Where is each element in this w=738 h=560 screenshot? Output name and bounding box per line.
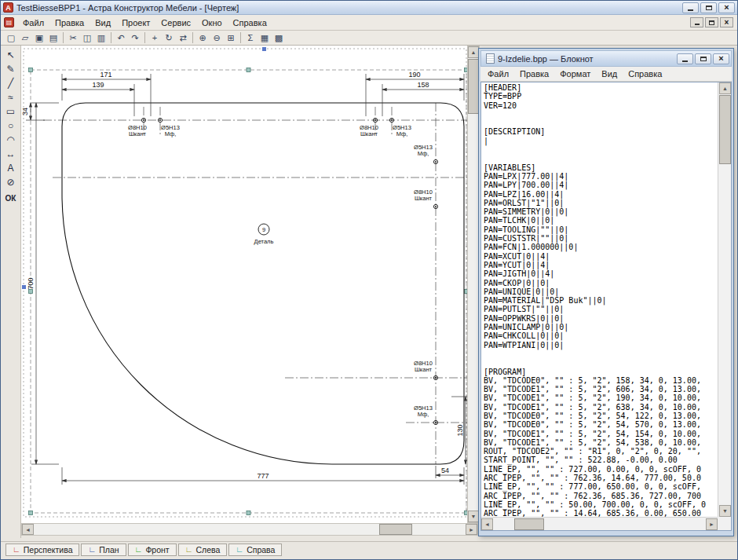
mdi-restore-button[interactable]: [705, 17, 718, 27]
new-button[interactable]: ▢: [4, 31, 18, 44]
scroll-left-icon[interactable]: ◄: [22, 524, 34, 535]
close-icon: ×: [718, 54, 723, 63]
part-name: Деталь: [254, 238, 274, 245]
save-button[interactable]: ▣: [32, 31, 46, 44]
menu-service[interactable]: Сервис: [155, 16, 196, 29]
notepad-menu-help[interactable]: Справка: [623, 68, 667, 80]
sum-button[interactable]: Σ: [243, 31, 258, 44]
circle-tool[interactable]: ○: [3, 119, 19, 133]
notepad-title-bar[interactable]: 9-Izdelie.bpp — Блокнот ×: [480, 50, 732, 67]
notepad-icon: [486, 53, 495, 64]
paste-button[interactable]: ▥: [94, 31, 108, 44]
copy-button[interactable]: ◫: [80, 31, 94, 44]
rotate-button[interactable]: ↻: [162, 31, 176, 44]
menu-window[interactable]: Окно: [196, 16, 228, 29]
paste-icon: ▥: [97, 33, 105, 43]
menu-help[interactable]: Справка: [228, 16, 272, 29]
tab-perspective[interactable]: ∟ Перспектива: [5, 544, 79, 556]
window-title: TestBiesseBPP1 - Астра Конструктор Мебел…: [16, 3, 682, 13]
menu-edit[interactable]: Правка: [49, 16, 90, 29]
canvas-horizontal-scrollbar[interactable]: ◄ ►: [21, 523, 478, 536]
scroll-up-icon[interactable]: ▲: [468, 46, 479, 58]
cut-button[interactable]: ✂: [66, 31, 80, 44]
notepad-menu-format[interactable]: Формат: [554, 68, 596, 80]
scroll-down-icon[interactable]: ▼: [719, 505, 731, 517]
dimension-tool[interactable]: ↔: [3, 147, 19, 161]
table-button[interactable]: ▦: [258, 31, 272, 44]
notepad-vertical-scrollbar[interactable]: ▲ ▼: [718, 82, 731, 517]
print-icon: ▤: [49, 33, 57, 43]
menu-view[interactable]: Вид: [90, 16, 116, 29]
notepad-close-button[interactable]: ×: [713, 53, 729, 64]
mirror-button[interactable]: ⇄: [176, 31, 190, 44]
curve-icon: ≈: [8, 92, 13, 103]
undo-button[interactable]: ↶: [114, 31, 128, 44]
notepad-minimize-button[interactable]: [677, 53, 693, 64]
zoom-out-button[interactable]: ⊖: [210, 31, 224, 44]
curve-tool[interactable]: ≈: [3, 90, 19, 104]
redo-button[interactable]: ↷: [128, 31, 142, 44]
svg-text:Шкант: Шкант: [415, 366, 433, 373]
tab-front[interactable]: ∟ Фронт: [128, 544, 177, 556]
page-handle-left[interactable]: [22, 285, 26, 289]
arc-tool[interactable]: ◠: [3, 133, 19, 147]
notepad-window: 9-Izdelie.bpp — Блокнот × Файл Правка Фо…: [478, 48, 734, 536]
horizontal-scroll-thumb[interactable]: [379, 524, 412, 535]
svg-text:Мф,: Мф,: [418, 411, 429, 418]
cells-button[interactable]: ▩: [272, 31, 286, 44]
axis-icon: ∟: [13, 545, 20, 554]
scroll-right-icon[interactable]: ►: [466, 524, 477, 535]
select-tool[interactable]: ↖: [3, 48, 19, 62]
dim-700: 700: [27, 277, 35, 289]
notepad-vertical-thumb[interactable]: [719, 95, 731, 164]
svg-text:Шкант: Шкант: [415, 195, 433, 202]
scroll-right-icon[interactable]: ►: [706, 518, 718, 530]
arc-icon: ◠: [6, 134, 14, 145]
mdi-close-button[interactable]: ×: [720, 17, 733, 27]
close-button[interactable]: ×: [718, 2, 735, 13]
centerlines: [43, 103, 467, 464]
move-button[interactable]: +: [148, 31, 162, 44]
notepad-menu-file[interactable]: Файл: [482, 68, 514, 80]
menu-file[interactable]: Файл: [17, 16, 49, 29]
open-button[interactable]: ▱: [18, 31, 32, 44]
drawing-canvas[interactable]: Ø8H10 Шкант Ø5H13 Мф, Ø8H10 Шкант Ø5H13 …: [21, 46, 467, 523]
title-bar: A TestBiesseBPP1 - Астра Конструктор Меб…: [1, 1, 737, 15]
notepad-menu-edit[interactable]: Правка: [514, 68, 554, 80]
axis-icon: ∟: [185, 545, 193, 554]
circle-icon: ○: [8, 120, 13, 131]
vertical-scroll-thumb[interactable]: [468, 59, 479, 114]
resize-grip[interactable]: [718, 517, 731, 530]
tab-left[interactable]: ∟ Слева: [178, 544, 228, 556]
notepad-text-area[interactable]: [HEADER] TYPE=BPP VER=120 [DESCRIPTION] …: [481, 82, 718, 517]
zoom-in-button[interactable]: ⊕: [195, 31, 210, 44]
maximize-button[interactable]: [700, 2, 717, 13]
mdi-minimize-button[interactable]: [690, 17, 703, 27]
page-handle-top[interactable]: [262, 47, 266, 51]
notepad-menu-view[interactable]: Вид: [596, 68, 623, 80]
line-tool[interactable]: ╱: [3, 76, 19, 90]
panel-outline[interactable]: [62, 103, 464, 464]
erase-tool[interactable]: ⊘: [3, 175, 19, 189]
minimize-button[interactable]: [682, 2, 699, 13]
notepad-title: 9-Izdelie.bpp — Блокнот: [498, 54, 677, 64]
axis-icon: ∟: [135, 545, 143, 554]
notepad-horizontal-scrollbar[interactable]: ◄ ►: [481, 517, 718, 530]
grid-button[interactable]: ⊞: [224, 31, 238, 44]
scroll-down-icon[interactable]: ▼: [468, 511, 479, 522]
pencil-tool[interactable]: ✎: [3, 62, 19, 76]
print-button[interactable]: ▤: [46, 31, 60, 44]
notepad-restore-button[interactable]: [695, 53, 711, 64]
mdi-child-icon[interactable]: ▤: [4, 17, 14, 27]
ok-button[interactable]: ОК: [3, 191, 19, 205]
text-tool[interactable]: A: [3, 161, 19, 175]
sum-icon: Σ: [248, 33, 254, 42]
save-icon: ▣: [35, 33, 43, 43]
notepad-horizontal-thumb[interactable]: [514, 518, 544, 530]
scroll-up-icon[interactable]: ▲: [719, 82, 731, 94]
scroll-left-icon[interactable]: ◄: [481, 518, 493, 530]
menu-project[interactable]: Проект: [116, 16, 155, 29]
rectangle-tool[interactable]: ▭: [3, 104, 19, 119]
tab-right[interactable]: ∟ Справа: [228, 544, 282, 556]
tab-plan[interactable]: ∟ План: [81, 544, 126, 556]
